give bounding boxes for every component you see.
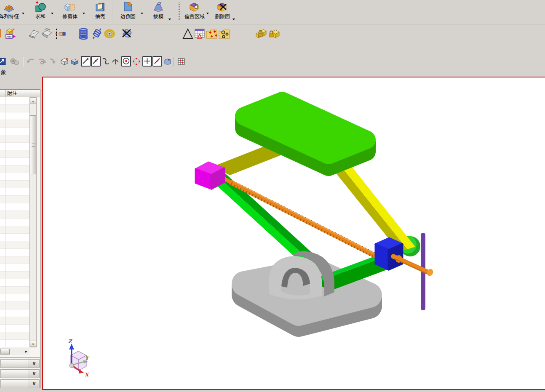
annotation-abc-button[interactable]: ABC <box>5 27 17 40</box>
spring-compression-button[interactable] <box>77 27 89 40</box>
scissor-jack-model[interactable]: Z X Y <box>43 77 545 389</box>
draft-button[interactable]: 拔模 <box>148 1 168 23</box>
snap-master-button[interactable] <box>0 57 6 66</box>
offset-region-icon <box>182 1 207 13</box>
hscrollbar-thumb[interactable] <box>0 349 10 355</box>
toolbar-separator <box>174 57 174 67</box>
edge-blend-dropdown[interactable] <box>141 13 143 14</box>
scrollbar-thumb[interactable] <box>30 115 36 174</box>
draft-icon <box>148 1 168 13</box>
pattern-feature-dropdown[interactable] <box>22 13 24 14</box>
column-divider <box>5 90 5 97</box>
scroll-up-button[interactable]: ▲ <box>30 98 36 104</box>
edge-blend-icon <box>116 1 140 13</box>
vertical-scrollbar[interactable]: ▲ ▼ <box>29 97 37 347</box>
scroll-right-button[interactable]: ▶ <box>24 349 29 355</box>
table-red-triangle-button[interactable] <box>194 27 206 40</box>
triad-x-label: X <box>85 372 90 378</box>
pattern-feature-label: 阵列特征 <box>0 13 24 19</box>
toolbar-separator <box>23 57 24 67</box>
snap-endpoint-toggle[interactable] <box>81 56 91 67</box>
clipped-toolbar-icon[interactable] <box>0 27 2 40</box>
triad-y-label: Y <box>85 355 90 361</box>
annotation-list[interactable] <box>0 97 29 347</box>
chevron-down-icon[interactable]: ∨ <box>29 380 39 388</box>
orientation-triad: Z X Y <box>68 339 90 378</box>
dashed-box-icon[interactable] <box>70 57 79 66</box>
toolbar-grip[interactable] <box>179 3 180 21</box>
assembly-lock-b-button[interactable] <box>268 27 280 40</box>
collapsed-section-3[interactable]: ∨ <box>0 379 40 388</box>
shell-icon <box>89 1 111 13</box>
grid-snap-icon[interactable] <box>177 57 186 66</box>
annotation-header-label: 附注 <box>7 90 17 96</box>
snap-existing-point-toggle[interactable] <box>142 56 152 67</box>
offset-region-label: 偏置区域 <box>182 13 207 19</box>
snap-point-on-surface-icon[interactable] <box>163 57 172 66</box>
spring-disc-button[interactable] <box>104 27 115 40</box>
offset-region-button[interactable]: 偏置区域 <box>182 1 207 23</box>
unite-label: 求和 <box>29 13 51 19</box>
folder-points-button[interactable] <box>206 27 217 40</box>
chevron-down-icon[interactable]: ∨ <box>29 360 39 368</box>
assembly-lock-a-button[interactable] <box>255 27 267 40</box>
offset-region-dropdown[interactable] <box>206 13 209 14</box>
annotation-panel: 附注 ▲ ▼ ▶ ∨ ∨ ∨ <box>0 89 40 388</box>
jack-drive-shaft[interactable] <box>393 255 434 277</box>
collapsed-section-1[interactable]: ∨ <box>0 359 40 368</box>
scroll-down-button[interactable]: ▼ <box>30 341 36 347</box>
collapsed-section-2[interactable]: ∨ <box>0 369 40 378</box>
unite-icon <box>29 1 51 13</box>
snap-toolbar <box>0 54 545 69</box>
chevron-down-icon[interactable]: ∨ <box>29 370 39 378</box>
triangle-outline-button[interactable] <box>182 27 194 40</box>
snap-arc-center-toggle[interactable] <box>121 56 131 67</box>
redo-arrow-disabled[interactable] <box>37 57 47 66</box>
snap-midpoint-toggle[interactable] <box>91 56 101 67</box>
draft-dropdown[interactable] <box>168 19 171 20</box>
snap-quadrant-icon[interactable] <box>132 57 141 66</box>
edge-blend-button[interactable]: 边倒圆 <box>116 1 140 23</box>
thumb-grip <box>32 144 35 147</box>
pattern-feature-icon <box>0 1 24 13</box>
iso-box-icon[interactable] <box>60 57 69 66</box>
trim-body-dropdown[interactable] <box>83 13 85 14</box>
folder-circles-button[interactable] <box>218 27 230 40</box>
pattern-feature-button[interactable]: 阵列特征 <box>0 1 24 23</box>
triad-cube <box>71 351 86 371</box>
clipped-status-text: 象 <box>1 69 6 76</box>
trim-body-icon <box>58 1 82 13</box>
unite-button[interactable]: 求和 <box>29 1 51 23</box>
column-divider <box>5 97 5 347</box>
panel-divider <box>0 357 40 358</box>
delete-face-button[interactable]: 删除面 <box>211 1 234 23</box>
wedge-a-button[interactable] <box>29 27 40 40</box>
snap-point-on-curve-toggle[interactable] <box>152 56 162 67</box>
edge-blend-label: 边倒圆 <box>116 13 140 19</box>
feature-toolbar: 阵列特征 求和 修剪体 抽壳 边倒圆 <box>0 0 545 24</box>
annotation-panel-header: 附注 <box>0 90 40 97</box>
trim-body-button[interactable]: 修剪体 <box>58 1 82 23</box>
jack-magenta-nut[interactable] <box>196 163 224 189</box>
snap-control-point-icon[interactable] <box>102 57 110 66</box>
shell-button[interactable]: 抽壳 <box>89 1 111 23</box>
draft-label: 拔模 <box>148 13 168 19</box>
spring-delete-button[interactable] <box>120 27 132 40</box>
delete-face-icon <box>211 1 234 13</box>
delete-face-dropdown[interactable] <box>232 19 235 20</box>
toolbar-separator <box>112 2 113 22</box>
spring-extension-button[interactable] <box>91 27 103 40</box>
measure-hand-button[interactable] <box>54 27 66 40</box>
wedge-b-button[interactable] <box>41 27 53 40</box>
undo-arrow-disabled[interactable] <box>26 57 36 66</box>
triad-z-label: Z <box>68 339 73 344</box>
secondary-toolbar: ABC <box>0 24 545 43</box>
horizontal-scrollbar[interactable]: ▶ <box>0 348 29 355</box>
graphics-viewport[interactable]: Z X Y <box>42 77 545 390</box>
cad-application-window: 阵列特征 求和 修剪体 抽壳 边倒圆 <box>0 0 545 392</box>
orient-arrow-disabled[interactable] <box>47 57 57 66</box>
unite-dropdown[interactable] <box>51 13 53 14</box>
gears-disabled-icon[interactable] <box>9 57 20 66</box>
snap-intersection-icon[interactable] <box>111 57 120 66</box>
jack-blue-nut[interactable] <box>376 238 402 269</box>
